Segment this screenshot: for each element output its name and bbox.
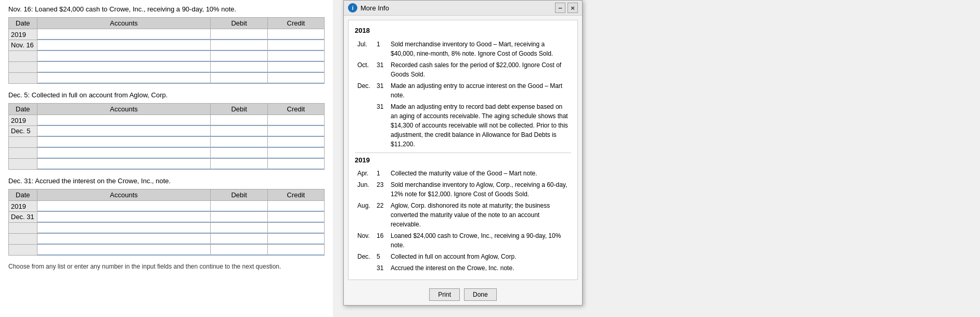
credit-input-3-5[interactable] [268, 245, 324, 255]
accounts-input-1-1[interactable] [37, 29, 211, 40]
debit-input-2-1[interactable] [211, 115, 267, 125]
debit-input-3-1[interactable] [211, 201, 267, 211]
entry-2018-3: Dec. 31 Made an adjusting entry to accru… [356, 81, 570, 100]
accounts-input-3-2[interactable] [37, 212, 211, 222]
year-2018: 2018 [355, 26, 571, 36]
credit-input-2-2[interactable] [268, 126, 324, 136]
th-credit-3: Credit [267, 189, 324, 201]
th-date-3: Date [9, 189, 37, 201]
th-debit-2: Debit [211, 104, 267, 115]
entry-month: Jul. [356, 39, 374, 59]
entry-2019-2: Jun. 23 Sold merchandise inventory to Ag… [356, 180, 570, 199]
debit-input-3-3[interactable] [211, 223, 267, 233]
entries-2018: Jul. 1 Sold merchandise inventory to Goo… [355, 38, 571, 150]
bottom-instruction: Choose from any list or enter any number… [8, 263, 325, 270]
print-button[interactable]: Print [429, 288, 460, 301]
close-button[interactable]: × [568, 3, 578, 13]
accounts-input-1-2[interactable] [37, 40, 211, 50]
year-cell-1: 2019 [9, 29, 37, 40]
empty-cell [9, 51, 37, 62]
entry-2018-1: Jul. 1 Sold merchandise inventory to Goo… [356, 39, 570, 59]
dialog-titlebar: i More Info − × [344, 1, 582, 16]
accounts-input-2-2[interactable] [37, 126, 211, 136]
dialog-title-left: i More Info [348, 3, 389, 12]
debit-input-3-5[interactable] [211, 245, 267, 255]
credit-input-3-1[interactable] [268, 201, 324, 211]
accounts-input-2-1[interactable] [37, 115, 211, 125]
entry-day: 1 [375, 168, 388, 179]
accounts-input-2-5[interactable] [37, 159, 211, 169]
minimize-button[interactable]: − [555, 3, 565, 13]
debit-input-3-4[interactable] [211, 234, 267, 244]
entry-desc: Made an adjusting entry to record bad de… [389, 102, 570, 149]
debit-input-3-2[interactable] [211, 212, 267, 222]
credit-input-cell [267, 29, 324, 40]
dialog-title-text: More Info [360, 4, 389, 12]
debit-input-1-5[interactable] [211, 73, 267, 83]
credit-input-2-1[interactable] [268, 115, 324, 125]
debit-input-1-2[interactable] [211, 40, 267, 50]
accounts-input-1-4[interactable] [37, 62, 211, 72]
entries-2019: Apr. 1 Collected the maturity value of t… [355, 167, 571, 274]
credit-input-2-5[interactable] [268, 159, 324, 169]
dialog-content: 2018 Jul. 1 Sold merchandise inventory t… [348, 20, 578, 280]
empty-cell [9, 73, 37, 84]
date-label-2: Dec. 5 [9, 126, 37, 137]
credit-input-2-3[interactable] [268, 137, 324, 147]
debit-input-2-5[interactable] [211, 159, 267, 169]
th-debit-1: Debit [211, 18, 267, 29]
debit-input-cell [211, 40, 267, 51]
credit-input-1-4[interactable] [268, 62, 324, 72]
entry-month: Aug. [356, 200, 374, 230]
credit-input-3-3[interactable] [268, 223, 324, 233]
debit-input-2-3[interactable] [211, 137, 267, 147]
credit-input-1-5[interactable] [268, 73, 324, 83]
entry-day: 31 [375, 102, 388, 149]
entry-desc: Collected the maturity value of the Good… [389, 168, 570, 179]
date-label-1: Nov. 16 [9, 40, 37, 51]
credit-input-3-2[interactable] [268, 212, 324, 222]
th-date-2: Date [9, 104, 37, 115]
debit-input-2-2[interactable] [211, 126, 267, 136]
accounts-input-2-4[interactable] [37, 148, 211, 158]
credit-input-1-3[interactable] [268, 51, 324, 61]
entry-2019-3: Aug. 22 Aglow, Corp. dishonored its note… [356, 200, 570, 230]
th-debit-3: Debit [211, 189, 267, 201]
debit-input-1-1[interactable] [211, 29, 267, 40]
credit-input-2-4[interactable] [268, 148, 324, 158]
th-credit-1: Credit [267, 18, 324, 29]
accounts-input-3-4[interactable] [37, 234, 211, 244]
entry-month: Oct. [356, 60, 374, 80]
instruction-1: Nov. 16: Loaned $24,000 cash to Crowe, I… [8, 5, 325, 13]
credit-input-1-2[interactable] [268, 40, 324, 50]
entry-2019-4: Nov. 16 Loaned $24,000 cash to Crowe, In… [356, 231, 570, 250]
th-credit-2: Credit [267, 104, 324, 115]
done-button[interactable]: Done [464, 288, 497, 301]
debit-input-1-3[interactable] [211, 51, 267, 61]
accounts-input-2-3[interactable] [37, 137, 211, 147]
th-accounts-1: Accounts [37, 18, 211, 29]
year-cell-3: 2019 [9, 201, 37, 212]
entry-month [356, 102, 374, 149]
accounts-input-3-1[interactable] [37, 201, 211, 211]
debit-input-cell [211, 29, 267, 40]
debit-input-2-4[interactable] [211, 148, 267, 158]
th-date-1: Date [9, 18, 37, 29]
entry-2019-5: Dec. 5 Collected in full on account from… [356, 251, 570, 262]
instruction-3: Dec. 31: Accrued the interest on the Cro… [8, 177, 325, 185]
entry-month [356, 263, 374, 273]
accounts-input-1-5[interactable] [37, 73, 211, 83]
accounts-input-1-3[interactable] [37, 51, 211, 61]
entry-day: 31 [375, 263, 388, 273]
entry-day: 22 [375, 200, 388, 230]
entry-desc: Sold merchandise inventory to Good – Mar… [389, 39, 570, 59]
credit-input-cell [267, 40, 324, 51]
credit-input-1-1[interactable] [268, 29, 324, 40]
accounts-input-3-5[interactable] [37, 245, 211, 255]
debit-input-1-4[interactable] [211, 62, 267, 72]
empty-cell [9, 62, 37, 73]
accounts-input-3-3[interactable] [37, 223, 211, 233]
entry-month: Apr. [356, 168, 374, 179]
entry-day: 31 [375, 60, 388, 80]
credit-input-3-4[interactable] [268, 234, 324, 244]
